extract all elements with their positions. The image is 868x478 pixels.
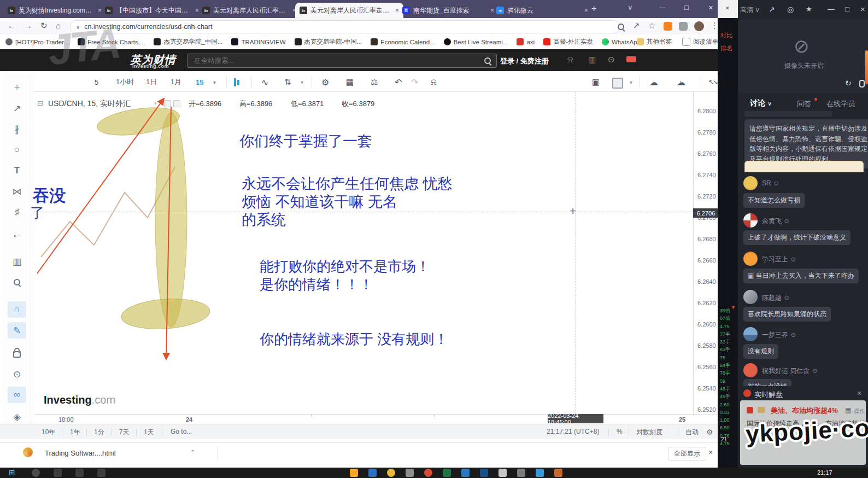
- bookmark-item[interactable]: axi: [517, 38, 535, 45]
- cloud-save-icon[interactable]: ☁↑: [672, 75, 687, 89]
- log-scale-button[interactable]: 对数刻度: [636, 428, 662, 437]
- tab-online-students[interactable]: 在线学员: [826, 99, 855, 109]
- taskbar-app-icon[interactable]: [498, 469, 507, 477]
- metamask-extension-icon[interactable]: [664, 22, 672, 31]
- language-flag-icon[interactable]: [626, 56, 636, 62]
- tab-search-chevron[interactable]: ∨: [627, 3, 633, 11]
- browser-tab-3[interactable]: In 美元对离岸人民币汇率走势... ×: [198, 3, 301, 18]
- drawing-mode-pencil-icon[interactable]: ✎: [8, 322, 26, 339]
- browser-tab-4-active[interactable]: In 美元对离岸人民币汇率走势... ×: [295, 3, 403, 18]
- footer-gear-icon[interactable]: ⚙: [706, 428, 713, 436]
- timeframe-15-active[interactable]: 15: [191, 75, 208, 89]
- window-close-button[interactable]: ×: [708, 3, 713, 12]
- background-window-close-icon[interactable]: ×: [725, 4, 730, 12]
- window-maximize-button[interactable]: □: [684, 3, 689, 11]
- panel-close-icon[interactable]: ×: [860, 4, 865, 14]
- avatar[interactable]: [743, 252, 758, 266]
- tab-close-icon[interactable]: ×: [584, 7, 588, 14]
- news-title[interactable]: 美油、布油均涨超4%: [771, 406, 838, 416]
- bookmark-item[interactable]: Free Stock Charts,...: [78, 38, 145, 45]
- compare-scales-icon[interactable]: ⚖: [366, 75, 382, 89]
- browser-tab-5[interactable]: 百 南华期货_百度搜索 ×: [398, 3, 498, 18]
- stream-quality-button[interactable]: 高清 ∨: [740, 5, 760, 15]
- forward-icon[interactable]: →: [24, 21, 32, 30]
- auto-scale-button[interactable]: 自动: [685, 428, 699, 437]
- settings-gear-icon[interactable]: ⚙: [317, 75, 333, 89]
- avatar[interactable]: [743, 327, 758, 341]
- compare-icon[interactable]: ⇅: [280, 75, 296, 89]
- show-all-downloads-button[interactable]: 全部显示: [668, 447, 706, 460]
- reload-icon[interactable]: ↻: [40, 21, 48, 31]
- xabcd-pattern-tool-icon[interactable]: ⋈: [8, 183, 26, 200]
- browser-tab-6[interactable]: ☁ 腾讯微云 ×: [492, 3, 593, 18]
- panel-pin-icon[interactable]: ★: [806, 5, 812, 13]
- panel-maximize-icon[interactable]: □: [845, 5, 849, 13]
- taskbar-app-icon[interactable]: [75, 469, 84, 477]
- hide-drawings-arrow-icon[interactable]: ←: [8, 226, 26, 242]
- share-icon[interactable]: ↗: [633, 21, 640, 31]
- login-register-link[interactable]: 登录 / 免费注册: [500, 56, 549, 66]
- panel-record-icon[interactable]: ◎: [787, 5, 794, 14]
- taskbar-app-icon[interactable]: [461, 469, 470, 477]
- window-minimize-button[interactable]: —: [659, 3, 666, 11]
- time-axis[interactable]: 18:00 24 25: [34, 414, 718, 424]
- object-tree-layers-icon[interactable]: ◈: [8, 409, 26, 425]
- percent-scale-button[interactable]: %: [617, 428, 623, 435]
- forecast-tool-icon[interactable]: ♯: [8, 204, 26, 220]
- back-icon[interactable]: ←: [8, 21, 16, 30]
- avatar[interactable]: [743, 363, 758, 377]
- lock-drawings-icon[interactable]: [8, 344, 26, 360]
- windows-start-icon[interactable]: ⊞: [9, 468, 15, 477]
- bookmark-item[interactable]: Economic Calend...: [371, 38, 435, 45]
- taskbar-app-icon[interactable]: [368, 469, 377, 477]
- timeframe-1h[interactable]: 1小时: [112, 75, 138, 89]
- cloud-load-icon[interactable]: ☁↓: [645, 75, 659, 89]
- home-icon[interactable]: ⌂: [56, 21, 61, 30]
- panel-minimize-icon[interactable]: —: [828, 5, 835, 13]
- range-1d-button[interactable]: 1天: [144, 428, 154, 437]
- symbol-title[interactable]: USD/CNH, 15, 实时外汇: [48, 99, 131, 109]
- taskbar-app-icon[interactable]: [554, 469, 562, 477]
- grid-actions-icon[interactable]: ▦: [845, 406, 851, 414]
- text-tool-icon[interactable]: T: [8, 162, 26, 179]
- legend-ohlc-toggle-icon[interactable]: [164, 100, 171, 107]
- taskbar-clock[interactable]: 21:17: [817, 469, 832, 476]
- zoom-page-icon[interactable]: [618, 24, 624, 30]
- range-1y-button[interactable]: 1年: [70, 428, 80, 437]
- taskbar-app-icon[interactable]: [480, 469, 488, 477]
- portfolio-briefcase-icon[interactable]: ▥: [588, 55, 596, 65]
- hide-all-eye-icon[interactable]: ⊙: [8, 366, 26, 382]
- other-bookmarks-folder[interactable]: 其他书签: [637, 38, 672, 46]
- magnet-tool-icon[interactable]: ∩: [8, 301, 26, 318]
- taskbar-app-icon[interactable]: [536, 469, 544, 477]
- shape-ellipse-tool-icon[interactable]: ○: [8, 142, 26, 158]
- recent-clock-icon[interactable]: ⊙: [608, 55, 615, 65]
- taskbar-app-icon[interactable]: [387, 469, 395, 477]
- timeframe-dropdown-icon[interactable]: ▾: [209, 75, 220, 89]
- sync-link-icon[interactable]: ∞: [8, 387, 26, 403]
- bookmark-item[interactable]: 杰克交易学院_中国...: [154, 38, 222, 46]
- undo-icon[interactable]: ↶: [390, 75, 406, 89]
- taskbar-app-icon[interactable]: [517, 469, 525, 477]
- avatar[interactable]: [743, 176, 758, 190]
- candlestick-chart-icon[interactable]: [234, 78, 239, 86]
- bookmarks-overflow-icon[interactable]: »: [606, 38, 609, 44]
- taskbar-app-icon[interactable]: [424, 469, 432, 477]
- site-search-box[interactable]: [187, 54, 497, 68]
- bookmark-item[interactable]: 高骏-外汇实盘: [543, 38, 593, 46]
- crosshair-tool-icon[interactable]: +: [8, 79, 26, 96]
- site-search-input[interactable]: [193, 56, 484, 65]
- timeframe-1d[interactable]: 1日: [142, 75, 161, 89]
- compare-dropdown-icon[interactable]: ▾: [296, 75, 308, 89]
- bookmark-item[interactable]: [HOT!]Pro-Trader...: [5, 38, 69, 45]
- extensions-puzzle-icon[interactable]: [679, 22, 688, 31]
- bar-pattern-tool-icon[interactable]: ▥: [8, 253, 26, 270]
- taskbar-app-icon[interactable]: [443, 469, 451, 477]
- omnibox[interactable]: ∨: [70, 20, 620, 33]
- tab-discussion[interactable]: 讨论 ∨: [750, 98, 772, 108]
- tab-qa[interactable]: 问答: [797, 99, 811, 109]
- taskbar-app-icon[interactable]: [54, 469, 62, 477]
- timeframe-1mo[interactable]: 1月: [166, 75, 186, 89]
- switch-camera-icon[interactable]: ↻: [845, 79, 852, 88]
- clock-utc-label[interactable]: 21:17:21 (UTC+8): [547, 428, 599, 435]
